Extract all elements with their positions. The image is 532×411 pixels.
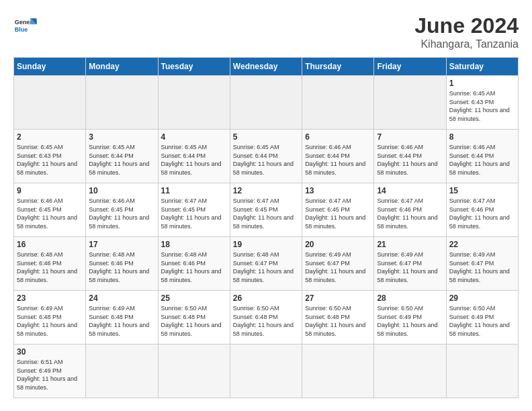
day-info: Sunrise: 6:49 AMSunset: 6:48 PMDaylight:… <box>17 304 83 338</box>
day-info: Sunrise: 6:50 AMSunset: 6:48 PMDaylight:… <box>161 304 227 338</box>
title-area: June 2024 Kihangara, Tanzania <box>414 13 519 50</box>
calendar-day: 6Sunrise: 6:46 AMSunset: 6:44 PMDaylight… <box>302 130 374 183</box>
logo: General Blue <box>13 13 38 38</box>
calendar-day <box>230 345 302 398</box>
calendar-day <box>86 76 158 130</box>
day-number: 2 <box>17 132 83 142</box>
day-info: Sunrise: 6:50 AMSunset: 6:49 PMDaylight:… <box>377 304 443 338</box>
calendar-day: 9Sunrise: 6:46 AMSunset: 6:45 PMDaylight… <box>14 183 86 237</box>
day-info: Sunrise: 6:46 AMSunset: 6:44 PMDaylight:… <box>305 143 371 177</box>
calendar-day <box>14 76 86 130</box>
calendar-day: 3Sunrise: 6:45 AMSunset: 6:44 PMDaylight… <box>86 130 158 183</box>
calendar-day: 7Sunrise: 6:46 AMSunset: 6:44 PMDaylight… <box>374 130 446 183</box>
day-info: Sunrise: 6:46 AMSunset: 6:44 PMDaylight:… <box>377 143 443 177</box>
weekday-header-row: SundayMondayTuesdayWednesdayThursdayFrid… <box>14 58 519 76</box>
day-info: Sunrise: 6:48 AMSunset: 6:47 PMDaylight:… <box>233 250 299 284</box>
svg-text:Blue: Blue <box>15 26 28 33</box>
calendar-day: 17Sunrise: 6:48 AMSunset: 6:46 PMDayligh… <box>86 237 158 291</box>
weekday-header-thursday: Thursday <box>302 58 374 76</box>
calendar-day: 19Sunrise: 6:48 AMSunset: 6:47 PMDayligh… <box>230 237 302 291</box>
calendar-day: 26Sunrise: 6:50 AMSunset: 6:48 PMDayligh… <box>230 291 302 345</box>
calendar-week-2: 2Sunrise: 6:45 AMSunset: 6:43 PMDaylight… <box>14 130 519 183</box>
day-info: Sunrise: 6:45 AMSunset: 6:44 PMDaylight:… <box>161 143 227 177</box>
day-info: Sunrise: 6:48 AMSunset: 6:46 PMDaylight:… <box>17 250 83 284</box>
day-number: 5 <box>233 132 299 142</box>
weekday-header-wednesday: Wednesday <box>230 58 302 76</box>
day-number: 18 <box>161 240 227 249</box>
calendar-day: 16Sunrise: 6:48 AMSunset: 6:46 PMDayligh… <box>14 237 86 291</box>
calendar-day: 25Sunrise: 6:50 AMSunset: 6:48 PMDayligh… <box>158 291 230 345</box>
day-number: 21 <box>377 240 443 249</box>
day-number: 13 <box>305 186 371 195</box>
calendar-day <box>374 345 446 398</box>
calendar-day: 30Sunrise: 6:51 AMSunset: 6:49 PMDayligh… <box>14 345 86 398</box>
calendar-day: 18Sunrise: 6:48 AMSunset: 6:46 PMDayligh… <box>158 237 230 291</box>
calendar-day: 4Sunrise: 6:45 AMSunset: 6:44 PMDaylight… <box>158 130 230 183</box>
month-year-title: June 2024 <box>414 13 519 38</box>
calendar-day: 29Sunrise: 6:50 AMSunset: 6:49 PMDayligh… <box>446 291 518 345</box>
page-header: General Blue June 2024 Kihangara, Tanzan… <box>13 13 519 50</box>
day-info: Sunrise: 6:47 AMSunset: 6:45 PMDaylight:… <box>233 197 299 230</box>
day-number: 20 <box>305 240 371 249</box>
generalblue-logo-icon: General Blue <box>13 13 38 38</box>
calendar-day: 15Sunrise: 6:47 AMSunset: 6:46 PMDayligh… <box>446 183 518 237</box>
day-number: 29 <box>449 293 515 303</box>
day-number: 19 <box>233 240 299 249</box>
calendar-day: 10Sunrise: 6:46 AMSunset: 6:45 PMDayligh… <box>86 183 158 237</box>
calendar-day: 14Sunrise: 6:47 AMSunset: 6:46 PMDayligh… <box>374 183 446 237</box>
calendar-day: 21Sunrise: 6:49 AMSunset: 6:47 PMDayligh… <box>374 237 446 291</box>
calendar-day <box>158 345 230 398</box>
day-number: 16 <box>17 240 83 249</box>
day-number: 3 <box>89 132 154 142</box>
day-info: Sunrise: 6:45 AMSunset: 6:43 PMDaylight:… <box>17 143 83 177</box>
day-info: Sunrise: 6:46 AMSunset: 6:44 PMDaylight:… <box>449 143 515 177</box>
day-number: 9 <box>17 186 83 195</box>
day-number: 10 <box>89 186 154 195</box>
calendar-week-5: 23Sunrise: 6:49 AMSunset: 6:48 PMDayligh… <box>14 291 519 345</box>
day-number: 27 <box>305 293 371 303</box>
weekday-header-tuesday: Tuesday <box>158 58 230 76</box>
calendar-day: 24Sunrise: 6:49 AMSunset: 6:48 PMDayligh… <box>86 291 158 345</box>
calendar-day: 5Sunrise: 6:45 AMSunset: 6:44 PMDaylight… <box>230 130 302 183</box>
day-info: Sunrise: 6:50 AMSunset: 6:49 PMDaylight:… <box>449 304 515 338</box>
day-number: 15 <box>449 186 515 195</box>
day-info: Sunrise: 6:49 AMSunset: 6:47 PMDaylight:… <box>377 250 443 284</box>
calendar-day: 23Sunrise: 6:49 AMSunset: 6:48 PMDayligh… <box>14 291 86 345</box>
day-info: Sunrise: 6:47 AMSunset: 6:46 PMDaylight:… <box>449 197 515 230</box>
calendar-day <box>158 76 230 130</box>
calendar-week-1: 1Sunrise: 6:45 AMSunset: 6:43 PMDaylight… <box>14 76 519 130</box>
day-info: Sunrise: 6:49 AMSunset: 6:47 PMDaylight:… <box>305 250 371 284</box>
day-number: 8 <box>449 132 515 142</box>
calendar-day: 13Sunrise: 6:47 AMSunset: 6:45 PMDayligh… <box>302 183 374 237</box>
day-info: Sunrise: 6:47 AMSunset: 6:46 PMDaylight:… <box>377 197 443 230</box>
weekday-header-friday: Friday <box>374 58 446 76</box>
day-number: 4 <box>161 132 227 142</box>
calendar-day: 20Sunrise: 6:49 AMSunset: 6:47 PMDayligh… <box>302 237 374 291</box>
day-info: Sunrise: 6:46 AMSunset: 6:45 PMDaylight:… <box>89 197 154 230</box>
calendar-day <box>86 345 158 398</box>
day-info: Sunrise: 6:49 AMSunset: 6:48 PMDaylight:… <box>89 304 154 338</box>
day-number: 7 <box>377 132 443 142</box>
calendar-day <box>374 76 446 130</box>
calendar-day <box>302 76 374 130</box>
calendar-day: 1Sunrise: 6:45 AMSunset: 6:43 PMDaylight… <box>446 76 518 130</box>
day-number: 24 <box>89 293 154 303</box>
day-number: 28 <box>377 293 443 303</box>
day-number: 23 <box>17 293 83 303</box>
calendar-day: 8Sunrise: 6:46 AMSunset: 6:44 PMDaylight… <box>446 130 518 183</box>
day-info: Sunrise: 6:51 AMSunset: 6:49 PMDaylight:… <box>17 358 83 392</box>
day-number: 30 <box>17 347 83 357</box>
calendar-week-6: 30Sunrise: 6:51 AMSunset: 6:49 PMDayligh… <box>14 345 519 398</box>
day-number: 17 <box>89 240 154 249</box>
calendar-day: 28Sunrise: 6:50 AMSunset: 6:49 PMDayligh… <box>374 291 446 345</box>
day-info: Sunrise: 6:49 AMSunset: 6:47 PMDaylight:… <box>449 250 515 284</box>
day-info: Sunrise: 6:48 AMSunset: 6:46 PMDaylight:… <box>161 250 227 284</box>
calendar-day <box>302 345 374 398</box>
weekday-header-monday: Monday <box>86 58 158 76</box>
weekday-header-saturday: Saturday <box>446 58 518 76</box>
day-number: 1 <box>449 79 515 88</box>
calendar-day: 11Sunrise: 6:47 AMSunset: 6:45 PMDayligh… <box>158 183 230 237</box>
day-info: Sunrise: 6:47 AMSunset: 6:45 PMDaylight:… <box>305 197 371 230</box>
location-subtitle: Kihangara, Tanzania <box>414 38 519 50</box>
calendar-day: 12Sunrise: 6:47 AMSunset: 6:45 PMDayligh… <box>230 183 302 237</box>
